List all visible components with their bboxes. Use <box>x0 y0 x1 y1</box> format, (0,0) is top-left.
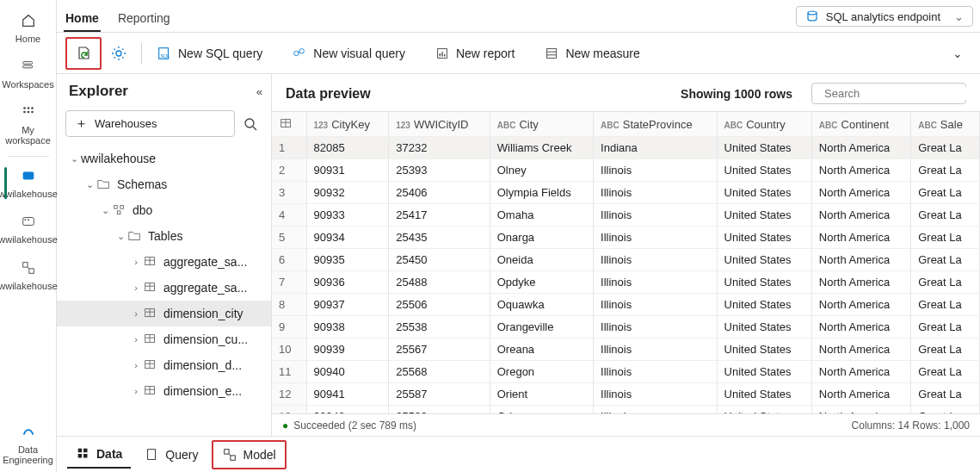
add-warehouse-button[interactable]: ＋ Warehouses <box>65 110 235 137</box>
nav-label: wwilakehouse <box>0 189 58 199</box>
table-row[interactable]: 79093625488OpdykeIllinoisUnited StatesNo… <box>272 271 980 294</box>
cell: 90939 <box>306 338 389 361</box>
twisty-icon: › <box>129 360 143 370</box>
column-header-citykey[interactable]: 123CityKey <box>306 112 389 137</box>
tree-node-dimension-city[interactable]: ›dimension_city <box>57 301 271 326</box>
main-area: HomeReporting SQL analytics endpoint ⌄ S… <box>57 0 980 472</box>
table-row[interactable]: 99093825538OrangevilleIllinoisUnited Sta… <box>272 316 980 338</box>
column-header-continent[interactable]: ABCContinent <box>811 112 910 137</box>
ribbon-tabs: HomeReporting SQL analytics endpoint ⌄ <box>57 0 980 33</box>
endpoint-selector[interactable]: SQL analytics endpoint ⌄ <box>796 6 973 27</box>
nav-footer[interactable]: Data Engineering <box>3 416 54 472</box>
model-icon <box>18 258 39 278</box>
explorer-tree: ⌄wwilakehouse⌄Schemas⌄dbo⌄Tables›aggrega… <box>57 142 271 436</box>
new-measure-button[interactable]: New measure <box>538 41 644 65</box>
table-row[interactable]: 69093525450OneidaIllinoisUnited StatesNo… <box>272 249 980 271</box>
tree-node-schemas[interactable]: ⌄Schemas <box>57 171 271 197</box>
cell: 25567 <box>389 338 490 361</box>
table-row[interactable]: 29093125393OlneyIllinoisUnited StatesNor… <box>272 159 980 182</box>
cell: Illinois <box>594 249 717 271</box>
settings-button[interactable] <box>105 41 133 65</box>
explorer-panel: Explorer « ＋ Warehouses ⌄wwilakehouse⌄Sc… <box>57 74 272 436</box>
svg-rect-26 <box>547 48 557 58</box>
svg-rect-32 <box>120 206 124 209</box>
column-header-city[interactable]: ABCCity <box>490 112 593 137</box>
tree-node-dimension-cu-[interactable]: ›dimension_cu... <box>57 326 271 352</box>
page-icon <box>145 447 160 463</box>
grid-corner[interactable] <box>272 112 306 137</box>
ribbon-tab-reporting[interactable]: Reporting <box>116 11 172 32</box>
cell: 90942 <box>306 406 389 414</box>
nav-wwilakehouse[interactable]: wwilakehouse <box>3 206 54 252</box>
refresh-button[interactable] <box>70 41 97 65</box>
svg-rect-59 <box>78 454 83 458</box>
cell: United States <box>717 271 811 294</box>
nav-home[interactable]: Home <box>3 5 54 51</box>
row-number: 4 <box>272 204 306 227</box>
tree-node-dbo[interactable]: ⌄dbo <box>57 197 271 223</box>
table-row[interactable]: 139094225599OrionIllinoisUnited StatesNo… <box>272 406 980 414</box>
collapse-explorer-button[interactable]: « <box>256 85 262 98</box>
row-number: 2 <box>272 159 306 182</box>
table-row[interactable]: 49093325417OmahaIllinoisUnited StatesNor… <box>272 204 980 227</box>
cell: Great La <box>911 227 980 249</box>
toolbar-more[interactable]: ⌄ <box>944 43 971 64</box>
preview-search-input[interactable] <box>824 87 969 100</box>
view-tab-data[interactable]: Data <box>67 441 131 469</box>
tree-node-wwilakehouse[interactable]: ⌄wwilakehouse <box>57 146 271 171</box>
column-header-sale[interactable]: ABCSale <box>911 112 980 137</box>
table-row[interactable]: 59093425435OnargaIllinoisUnited StatesNo… <box>272 227 980 249</box>
svg-line-64 <box>230 454 231 456</box>
cell: United States <box>717 227 811 249</box>
work-area: Explorer « ＋ Warehouses ⌄wwilakehouse⌄Sc… <box>57 74 980 436</box>
new-visual-query-button[interactable]: New visual query <box>286 41 410 65</box>
explorer-search-button[interactable] <box>238 112 262 136</box>
cell: North America <box>811 338 910 361</box>
table-row[interactable]: 109093925567OreanaIllinoisUnited StatesN… <box>272 338 980 361</box>
twisty-icon: › <box>129 386 143 396</box>
cell: Onarga <box>490 227 593 249</box>
data-grid[interactable]: 123CityKey123WWICityIDABCCityABCStatePro… <box>272 111 980 413</box>
plus-icon: ＋ <box>75 115 88 132</box>
view-tab-query[interactable]: Query <box>136 442 206 468</box>
view-tab-model[interactable]: Model <box>212 440 286 469</box>
new-sql-query-button[interactable]: SQLNew SQL query <box>151 41 268 65</box>
twisty-icon: › <box>129 283 143 293</box>
cell: Orient <box>490 383 593 406</box>
nav-wwilakehouse[interactable]: wwilakehouse <box>3 160 54 206</box>
column-header-stateprovince[interactable]: ABCStateProvince <box>594 112 717 137</box>
new-report-button[interactable]: New report <box>428 41 520 65</box>
column-header-wwicityid[interactable]: 123WWICityID <box>389 112 490 137</box>
table-row[interactable]: 119094025568OregonIllinoisUnited StatesN… <box>272 361 980 383</box>
cell: Great La <box>911 137 980 159</box>
nav-workspaces[interactable]: Workspaces <box>3 51 54 96</box>
cell: United States <box>717 338 811 361</box>
row-number: 7 <box>272 271 306 294</box>
svg-point-16 <box>116 51 121 56</box>
cell: North America <box>811 227 910 249</box>
cell: United States <box>717 159 811 182</box>
table-row[interactable]: 129094125587OrientIllinoisUnited StatesN… <box>272 383 980 406</box>
tree-node-tables[interactable]: ⌄Tables <box>57 223 271 249</box>
column-header-country[interactable]: ABCCountry <box>717 112 811 137</box>
svg-point-19 <box>294 51 299 55</box>
tree-node-dimension-e-[interactable]: ›dimension_e... <box>57 378 271 404</box>
tree-node-aggregate-sa-[interactable]: ›aggregate_sa... <box>57 249 271 275</box>
nav-label: wwilakehouse <box>0 234 58 245</box>
ribbon-tab-home[interactable]: Home <box>64 11 101 32</box>
svg-rect-60 <box>83 454 88 458</box>
svg-point-5 <box>23 111 26 114</box>
nav-wwilakehouse[interactable]: wwilakehouse <box>3 252 54 298</box>
table-row[interactable]: 89093725506OquawkaIllinoisUnited StatesN… <box>272 294 980 316</box>
success-icon: ● <box>282 419 288 432</box>
nav-my-workspace[interactable]: My workspace <box>3 96 54 152</box>
table-row[interactable]: 18208537232Williams CreekIndianaUnited S… <box>272 137 980 159</box>
tree-node-dimension-d-[interactable]: ›dimension_d... <box>57 352 271 378</box>
table-row[interactable]: 39093225406Olympia FieldsIllinoisUnited … <box>272 182 980 204</box>
tree-node-aggregate-sa-[interactable]: ›aggregate_sa... <box>57 275 271 301</box>
cell: 90931 <box>306 159 389 182</box>
cell: Orion <box>490 406 593 414</box>
folder-icon <box>96 177 112 192</box>
preview-search-box[interactable] <box>811 83 966 104</box>
nav-label: Home <box>15 34 40 44</box>
